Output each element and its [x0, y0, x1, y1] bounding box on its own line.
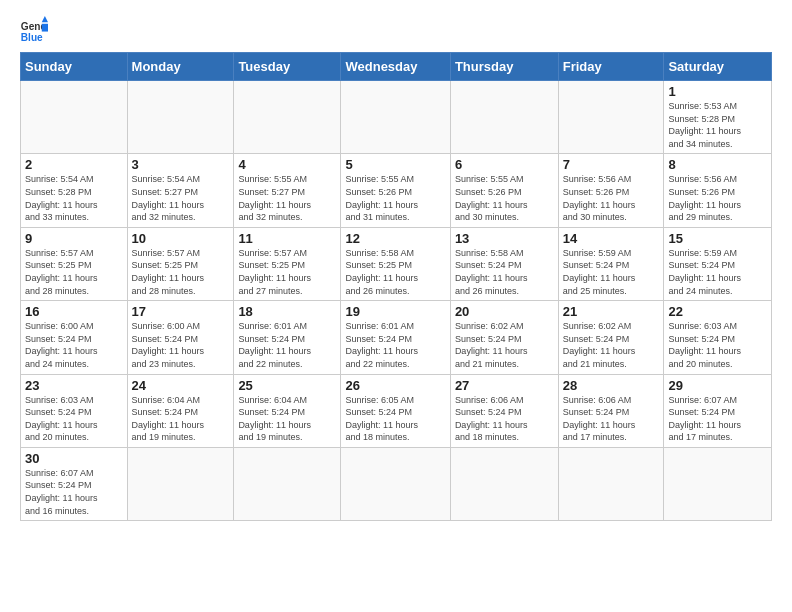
- weekday-header-monday: Monday: [127, 53, 234, 81]
- calendar-cell: 11Sunrise: 5:57 AM Sunset: 5:25 PM Dayli…: [234, 227, 341, 300]
- calendar-cell: 25Sunrise: 6:04 AM Sunset: 5:24 PM Dayli…: [234, 374, 341, 447]
- day-info: Sunrise: 5:54 AM Sunset: 5:27 PM Dayligh…: [132, 173, 230, 223]
- day-number: 25: [238, 378, 336, 393]
- weekday-header-row: SundayMondayTuesdayWednesdayThursdayFrid…: [21, 53, 772, 81]
- day-number: 3: [132, 157, 230, 172]
- calendar-week-4: 16Sunrise: 6:00 AM Sunset: 5:24 PM Dayli…: [21, 301, 772, 374]
- calendar-cell: 12Sunrise: 5:58 AM Sunset: 5:25 PM Dayli…: [341, 227, 450, 300]
- calendar-cell: [127, 81, 234, 154]
- calendar-cell: [127, 447, 234, 520]
- calendar-cell: 19Sunrise: 6:01 AM Sunset: 5:24 PM Dayli…: [341, 301, 450, 374]
- day-info: Sunrise: 6:05 AM Sunset: 5:24 PM Dayligh…: [345, 394, 445, 444]
- weekday-header-friday: Friday: [558, 53, 664, 81]
- day-number: 23: [25, 378, 123, 393]
- day-info: Sunrise: 6:01 AM Sunset: 5:24 PM Dayligh…: [238, 320, 336, 370]
- calendar-cell: 6Sunrise: 5:55 AM Sunset: 5:26 PM Daylig…: [450, 154, 558, 227]
- calendar-cell: [21, 81, 128, 154]
- calendar-cell: 9Sunrise: 5:57 AM Sunset: 5:25 PM Daylig…: [21, 227, 128, 300]
- calendar-cell: 18Sunrise: 6:01 AM Sunset: 5:24 PM Dayli…: [234, 301, 341, 374]
- header: General Blue: [20, 16, 772, 44]
- day-info: Sunrise: 5:59 AM Sunset: 5:24 PM Dayligh…: [668, 247, 767, 297]
- day-number: 13: [455, 231, 554, 246]
- day-info: Sunrise: 6:07 AM Sunset: 5:24 PM Dayligh…: [25, 467, 123, 517]
- calendar-cell: [450, 81, 558, 154]
- svg-text:Blue: Blue: [21, 32, 43, 43]
- day-info: Sunrise: 6:06 AM Sunset: 5:24 PM Dayligh…: [563, 394, 660, 444]
- day-number: 14: [563, 231, 660, 246]
- svg-marker-3: [42, 24, 48, 32]
- day-number: 24: [132, 378, 230, 393]
- calendar-cell: 7Sunrise: 5:56 AM Sunset: 5:26 PM Daylig…: [558, 154, 664, 227]
- weekday-header-wednesday: Wednesday: [341, 53, 450, 81]
- day-number: 28: [563, 378, 660, 393]
- calendar-cell: 1Sunrise: 5:53 AM Sunset: 5:28 PM Daylig…: [664, 81, 772, 154]
- day-number: 30: [25, 451, 123, 466]
- calendar-cell: [234, 447, 341, 520]
- calendar-cell: 4Sunrise: 5:55 AM Sunset: 5:27 PM Daylig…: [234, 154, 341, 227]
- calendar-cell: 14Sunrise: 5:59 AM Sunset: 5:24 PM Dayli…: [558, 227, 664, 300]
- calendar-week-6: 30Sunrise: 6:07 AM Sunset: 5:24 PM Dayli…: [21, 447, 772, 520]
- calendar-cell: 27Sunrise: 6:06 AM Sunset: 5:24 PM Dayli…: [450, 374, 558, 447]
- day-info: Sunrise: 6:02 AM Sunset: 5:24 PM Dayligh…: [563, 320, 660, 370]
- weekday-header-tuesday: Tuesday: [234, 53, 341, 81]
- day-info: Sunrise: 5:57 AM Sunset: 5:25 PM Dayligh…: [132, 247, 230, 297]
- generalblue-logo-icon: General Blue: [20, 16, 48, 44]
- calendar-cell: 29Sunrise: 6:07 AM Sunset: 5:24 PM Dayli…: [664, 374, 772, 447]
- calendar-week-2: 2Sunrise: 5:54 AM Sunset: 5:28 PM Daylig…: [21, 154, 772, 227]
- calendar-cell: 21Sunrise: 6:02 AM Sunset: 5:24 PM Dayli…: [558, 301, 664, 374]
- day-info: Sunrise: 6:06 AM Sunset: 5:24 PM Dayligh…: [455, 394, 554, 444]
- calendar-cell: 30Sunrise: 6:07 AM Sunset: 5:24 PM Dayli…: [21, 447, 128, 520]
- calendar-cell: 8Sunrise: 5:56 AM Sunset: 5:26 PM Daylig…: [664, 154, 772, 227]
- day-info: Sunrise: 5:57 AM Sunset: 5:25 PM Dayligh…: [238, 247, 336, 297]
- calendar-cell: [558, 81, 664, 154]
- day-number: 19: [345, 304, 445, 319]
- page: General Blue SundayMondayTuesdayWednesda…: [0, 0, 792, 531]
- calendar-cell: [341, 81, 450, 154]
- day-info: Sunrise: 6:02 AM Sunset: 5:24 PM Dayligh…: [455, 320, 554, 370]
- day-info: Sunrise: 6:04 AM Sunset: 5:24 PM Dayligh…: [238, 394, 336, 444]
- day-number: 8: [668, 157, 767, 172]
- calendar-cell: 22Sunrise: 6:03 AM Sunset: 5:24 PM Dayli…: [664, 301, 772, 374]
- day-info: Sunrise: 5:58 AM Sunset: 5:24 PM Dayligh…: [455, 247, 554, 297]
- calendar-table: SundayMondayTuesdayWednesdayThursdayFrid…: [20, 52, 772, 521]
- day-number: 5: [345, 157, 445, 172]
- day-info: Sunrise: 6:03 AM Sunset: 5:24 PM Dayligh…: [25, 394, 123, 444]
- calendar-cell: 20Sunrise: 6:02 AM Sunset: 5:24 PM Dayli…: [450, 301, 558, 374]
- calendar-week-3: 9Sunrise: 5:57 AM Sunset: 5:25 PM Daylig…: [21, 227, 772, 300]
- calendar-cell: 2Sunrise: 5:54 AM Sunset: 5:28 PM Daylig…: [21, 154, 128, 227]
- logo: General Blue: [20, 16, 52, 44]
- day-number: 6: [455, 157, 554, 172]
- day-info: Sunrise: 6:03 AM Sunset: 5:24 PM Dayligh…: [668, 320, 767, 370]
- day-number: 2: [25, 157, 123, 172]
- day-number: 17: [132, 304, 230, 319]
- day-info: Sunrise: 5:56 AM Sunset: 5:26 PM Dayligh…: [563, 173, 660, 223]
- calendar-cell: 13Sunrise: 5:58 AM Sunset: 5:24 PM Dayli…: [450, 227, 558, 300]
- calendar-cell: [341, 447, 450, 520]
- day-info: Sunrise: 5:54 AM Sunset: 5:28 PM Dayligh…: [25, 173, 123, 223]
- day-info: Sunrise: 6:01 AM Sunset: 5:24 PM Dayligh…: [345, 320, 445, 370]
- calendar-cell: 16Sunrise: 6:00 AM Sunset: 5:24 PM Dayli…: [21, 301, 128, 374]
- day-info: Sunrise: 5:56 AM Sunset: 5:26 PM Dayligh…: [668, 173, 767, 223]
- calendar-cell: 10Sunrise: 5:57 AM Sunset: 5:25 PM Dayli…: [127, 227, 234, 300]
- day-info: Sunrise: 5:55 AM Sunset: 5:27 PM Dayligh…: [238, 173, 336, 223]
- day-number: 20: [455, 304, 554, 319]
- day-number: 16: [25, 304, 123, 319]
- day-info: Sunrise: 6:00 AM Sunset: 5:24 PM Dayligh…: [132, 320, 230, 370]
- calendar-cell: 3Sunrise: 5:54 AM Sunset: 5:27 PM Daylig…: [127, 154, 234, 227]
- day-number: 11: [238, 231, 336, 246]
- day-info: Sunrise: 5:58 AM Sunset: 5:25 PM Dayligh…: [345, 247, 445, 297]
- day-number: 27: [455, 378, 554, 393]
- day-info: Sunrise: 5:53 AM Sunset: 5:28 PM Dayligh…: [668, 100, 767, 150]
- day-info: Sunrise: 6:07 AM Sunset: 5:24 PM Dayligh…: [668, 394, 767, 444]
- calendar-cell: [234, 81, 341, 154]
- day-number: 29: [668, 378, 767, 393]
- calendar-week-5: 23Sunrise: 6:03 AM Sunset: 5:24 PM Dayli…: [21, 374, 772, 447]
- calendar-cell: 23Sunrise: 6:03 AM Sunset: 5:24 PM Dayli…: [21, 374, 128, 447]
- day-number: 26: [345, 378, 445, 393]
- day-number: 18: [238, 304, 336, 319]
- weekday-header-saturday: Saturday: [664, 53, 772, 81]
- weekday-header-sunday: Sunday: [21, 53, 128, 81]
- day-info: Sunrise: 5:55 AM Sunset: 5:26 PM Dayligh…: [455, 173, 554, 223]
- day-number: 10: [132, 231, 230, 246]
- day-number: 1: [668, 84, 767, 99]
